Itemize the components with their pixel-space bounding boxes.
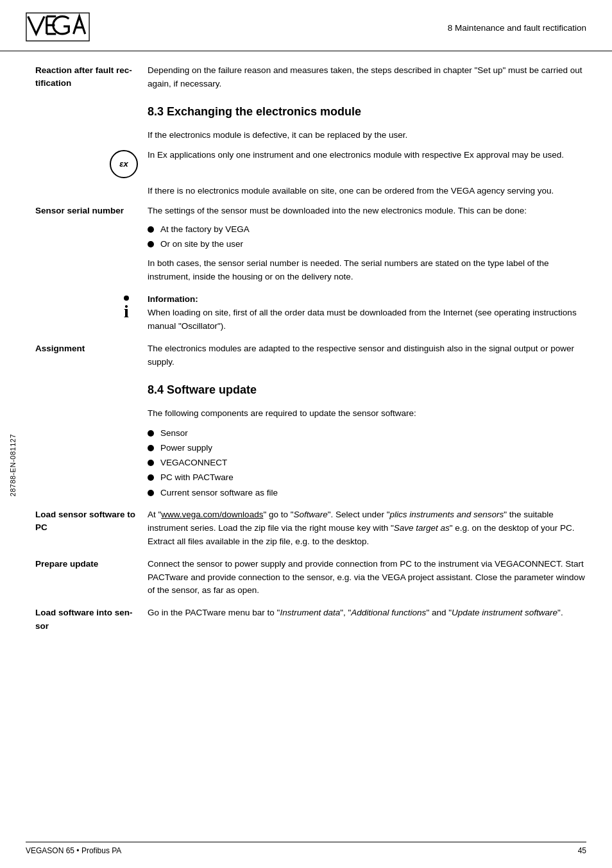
reaction-label: Reaction after fault rec-tification: [35, 64, 148, 90]
sw-bullet-5: Current sensor software as file: [160, 487, 278, 499]
reaction-section: Reaction after fault rec-tification Depe…: [35, 64, 586, 91]
prepare-text: Connect the sensor to power supply and p…: [148, 558, 586, 598]
components-list: Sensor Power supply VEGACONNECT PC with …: [148, 427, 586, 499]
page: 28788-EN-081127 8 Maintenance a: [0, 0, 612, 868]
load-software-text: Go in the PACTware menu bar to "Instrume…: [148, 606, 586, 620]
info-body: When loading on site, first of all the o…: [148, 308, 577, 331]
header-section-title: 8 Maintenance and fault rectification: [103, 23, 586, 33]
load-sensor-section: Load sensor software to PC At "www.vega.…: [35, 508, 586, 549]
info-text-block: Information: When loading on site, first…: [148, 293, 586, 333]
bullet-dot-sw1: [148, 430, 154, 437]
bullet-onsite-text: Or on site by the user: [160, 238, 243, 251]
bullet-factory-text: At the factory by VEGA: [160, 223, 250, 236]
page-header: 8 Maintenance and fault rectification: [0, 0, 612, 51]
ex-icon: εx: [110, 150, 138, 178]
update-instrument-italic: Update instrument software: [452, 608, 557, 617]
info-icon-area: i: [35, 293, 148, 326]
bullet-pactware: PC with PACTware: [148, 471, 586, 484]
serial-text2: In both cases, the sensor serial number …: [148, 257, 586, 284]
assignment-label: Assignment: [35, 342, 148, 355]
info-icon: i: [115, 294, 138, 326]
logo: [26, 12, 103, 44]
load-software-section: Load software into sen-sor Go in the PAC…: [35, 606, 586, 633]
factory-list: At the factory by VEGA Or on site by the…: [148, 223, 586, 251]
bullet-dot-2: [148, 241, 154, 247]
info-section: i Information: When loading on site, fir…: [35, 293, 586, 333]
sw-bullet-3: VEGACONNECT: [160, 456, 227, 469]
instrument-data-italic: Instrument data: [280, 608, 340, 617]
section-83-heading-container: 8.3 Exchanging the electronics module If…: [148, 105, 586, 142]
section-84-intro: The following components are required to…: [148, 407, 586, 421]
load-software-label: Load software into sen-sor: [35, 606, 148, 633]
bullet-factory: At the factory by VEGA: [148, 223, 586, 236]
sw-bullet-2: Power supply: [160, 442, 212, 455]
reaction-text: Depending on the failure reason and meas…: [148, 64, 586, 91]
bullet-dot-sw2: [148, 445, 154, 451]
prepare-label: Prepare update: [35, 558, 148, 571]
section-83-title: 8.3 Exchanging the electronics module: [148, 105, 586, 121]
additional-functions-italic: Additional functions: [351, 608, 426, 617]
section-84-title: 8.4 Software update: [148, 383, 586, 399]
main-content: Reaction after fault rec-tification Depe…: [0, 51, 612, 655]
sensor-serial-label: Sensor serial number: [35, 204, 148, 217]
sensor-serial-text: The settings of the sensor must be downl…: [148, 204, 586, 218]
info-dot: [124, 296, 129, 301]
load-sensor-pre: At ": [148, 510, 161, 519]
bullet-dot-sw5: [148, 490, 154, 496]
bullet-dot-sw3: [148, 460, 154, 466]
ex-symbol: εx: [119, 159, 128, 169]
sw-bullet-4: PC with PACTware: [160, 471, 234, 484]
assignment-section: Assignment The electronics modules are a…: [35, 342, 586, 369]
prepare-update-section: Prepare update Connect the sensor to pow…: [35, 558, 586, 598]
info-letter: i: [124, 303, 129, 321]
footer-page-number: 45: [578, 846, 586, 855]
load-sensor-content: At "www.vega.com/downloads" go to "Softw…: [148, 508, 586, 549]
sensor-serial-section: Sensor serial number The settings of the…: [35, 204, 586, 218]
bullet-sensor: Sensor: [148, 427, 586, 440]
assignment-text: The electronics modules are adapted to t…: [148, 342, 586, 369]
info-title: Information:: [148, 294, 198, 304]
order-text: If there is no electronics module availa…: [148, 186, 586, 196]
sidebar-label: 28788-EN-081127: [9, 434, 17, 496]
bullet-onsite: Or on site by the user: [148, 238, 586, 251]
ex-text: In Ex applications only one instrument a…: [148, 149, 586, 162]
vega-logo-icon: [26, 12, 90, 42]
section-84-container: 8.4 Software update The following compon…: [148, 383, 586, 499]
bullet-dot-sw4: [148, 474, 154, 481]
ex-icon-area: εx: [35, 149, 148, 178]
factory-onsite-list: At the factory by VEGA Or on site by the…: [148, 223, 586, 284]
sw-bullet-1: Sensor: [160, 427, 188, 440]
section-83-intro: If the electronics module is defective, …: [148, 129, 586, 142]
bullet-dot-1: [148, 226, 154, 233]
page-footer: VEGASON 65 • Profibus PA 45: [26, 842, 586, 855]
load-sensor-label: Load sensor software to PC: [35, 508, 148, 535]
bullet-power: Power supply: [148, 442, 586, 455]
ex-section: εx In Ex applications only one instrumen…: [35, 149, 586, 178]
footer-product: VEGASON 65 • Profibus PA: [26, 846, 121, 855]
bullet-vegaconnect: VEGACONNECT: [148, 456, 586, 469]
load-sensor-url[interactable]: www.vega.com/downloads: [161, 510, 263, 519]
bullet-current-software: Current sensor software as file: [148, 487, 586, 499]
